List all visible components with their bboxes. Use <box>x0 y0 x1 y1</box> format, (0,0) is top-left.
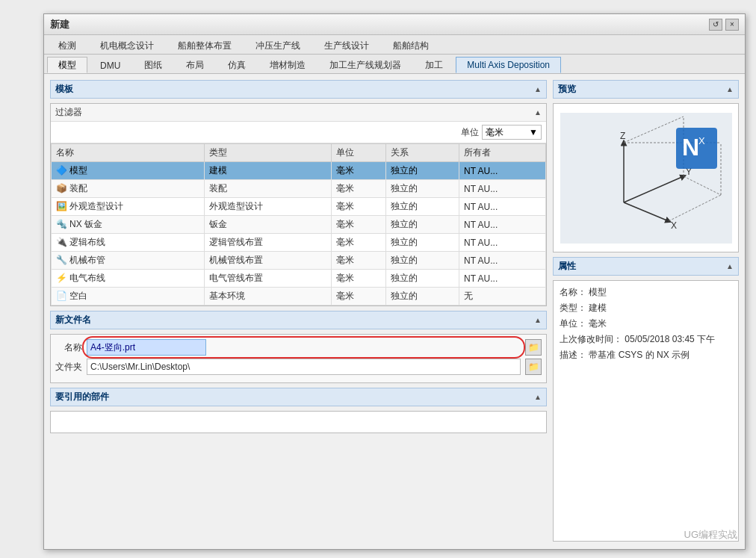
tab-row-2: 模型 DMU 图纸 布局 仿真 增材制造 加工生产线规划器 加工 Multi A… <box>44 55 745 74</box>
col-name: 名称 <box>52 144 205 162</box>
folder-row: 文件夹 📁 <box>55 359 542 375</box>
shape-icon: 🖼️ <box>56 201 67 211</box>
filter-chevron-icon[interactable]: ▲ <box>534 108 542 117</box>
filename-chevron-icon[interactable]: ▲ <box>534 316 542 324</box>
unit-label: 单位 <box>461 126 479 139</box>
table-cell-name: 🔌逻辑布线 <box>52 234 205 252</box>
template-chevron-icon[interactable]: ▲ <box>534 85 542 93</box>
table-row[interactable]: ⚡电气布线电气管线布置毫米独立的NT AU... <box>52 270 546 288</box>
unit-dropdown-icon: ▼ <box>529 127 538 137</box>
tab-shengchanxian[interactable]: 生产线设计 <box>313 37 380 54</box>
name-folder-button[interactable]: 📁 <box>525 339 542 356</box>
tab-simulation[interactable]: 仿真 <box>217 57 257 73</box>
ref-parts-chevron-icon[interactable]: ▲ <box>534 393 542 401</box>
table-cell-unit: 毫米 <box>331 162 386 180</box>
table-cell-relation: 独立的 <box>386 234 459 252</box>
tab-jiance[interactable]: 检测 <box>47 37 87 54</box>
main-content: 模板 ▲ 过滤器 ▲ 单位 毫米 ▼ <box>44 74 745 548</box>
unit-select[interactable]: 毫米 ▼ <box>482 125 542 140</box>
unit-select-value: 毫米 <box>486 126 504 139</box>
folder-folder-button[interactable]: 📁 <box>525 359 542 375</box>
table-cell-owner: NT AU... <box>459 234 546 252</box>
ref-parts-content <box>50 411 547 433</box>
table-row[interactable]: 📦装配装配毫米独立的NT AU... <box>52 180 546 198</box>
table-cell-unit: 毫米 <box>331 234 386 252</box>
tab-jidian[interactable]: 机电概念设计 <box>89 37 165 54</box>
col-owner: 所有者 <box>459 144 546 162</box>
tab-chuanbojiagou[interactable]: 船舶结构 <box>382 37 440 54</box>
table-cell-name: 📄空白 <box>52 288 205 306</box>
col-type: 类型 <box>205 144 331 162</box>
preview-svg: Z Y X <box>560 113 732 244</box>
preview-chevron-icon[interactable]: ▲ <box>726 85 734 93</box>
ref-parts-section-header: 要引用的部件 ▲ <box>50 388 547 406</box>
tab-additive[interactable]: 增材制造 <box>258 57 317 73</box>
table-cell-owner: 无 <box>459 288 546 306</box>
filter-label: 过滤器 <box>55 106 82 119</box>
template-table: 名称 类型 单位 关系 所有者 🔷模型建模毫米独立的NT AU...📦装配装配毫… <box>51 143 546 306</box>
preview-box: Z Y X <box>553 103 739 252</box>
tab-chongya[interactable]: 冲压生产线 <box>244 37 312 54</box>
properties-chevron-icon[interactable]: ▲ <box>726 262 734 270</box>
prop-desc-value: 带基准 CSYS 的 NX 示例 <box>589 350 690 360</box>
table-cell-type: 外观造型设计 <box>205 198 331 216</box>
table-cell-type: 钣金 <box>205 216 331 234</box>
table-cell-owner: NT AU... <box>459 180 546 198</box>
refresh-button[interactable]: ↺ <box>709 19 722 31</box>
name-row: 名称 📁 <box>55 339 542 356</box>
table-row[interactable]: 🔷模型建模毫米独立的NT AU... <box>52 162 546 180</box>
table-cell-owner: NT AU... <box>459 270 546 288</box>
table-cell-name: 🔷模型 <box>52 162 205 180</box>
close-button[interactable]: × <box>725 19 739 31</box>
folder-input[interactable] <box>87 359 521 375</box>
table-cell-unit: 毫米 <box>331 180 386 198</box>
table-cell-owner: NT AU... <box>459 198 546 216</box>
table-cell-type: 逻辑管线布置 <box>205 234 331 252</box>
filename-section: 名称 📁 文件夹 📁 <box>50 334 547 383</box>
tab-chuanbo[interactable]: 船舶整体布置 <box>167 37 243 54</box>
folder-icon: 📁 <box>528 342 539 353</box>
table-row[interactable]: 🔧机械布管机械管线布置毫米独立的NT AU... <box>52 252 546 270</box>
folder-label: 文件夹 <box>55 361 82 373</box>
tab-machining-planner[interactable]: 加工生产线规划器 <box>318 57 412 73</box>
template-section-header: 模板 ▲ <box>50 80 547 99</box>
table-row[interactable]: 🔩NX 钣金钣金毫米独立的NT AU... <box>52 216 546 234</box>
routing-elec-icon: ⚡ <box>56 273 67 283</box>
prop-desc-row: 描述： 带基准 CSYS 的 NX 示例 <box>560 348 732 362</box>
name-input[interactable] <box>87 339 206 356</box>
prop-desc-label: 描述： <box>560 350 586 360</box>
tab-layout[interactable]: 布局 <box>175 57 215 73</box>
tab-machining[interactable]: 加工 <box>414 57 454 73</box>
routing-logic-icon: 🔌 <box>56 237 67 247</box>
watermark: UG编程实战 <box>684 528 738 542</box>
table-cell-unit: 毫米 <box>331 216 386 234</box>
blank-icon: 📄 <box>56 291 67 301</box>
title-bar: 新建 ↺ × <box>44 14 745 35</box>
filename-section-header: 新文件名 ▲ <box>50 311 547 329</box>
tab-model[interactable]: 模型 <box>47 57 87 73</box>
table-cell-relation: 独立的 <box>386 288 459 306</box>
svg-text:X: X <box>671 220 677 231</box>
table-cell-relation: 独立的 <box>386 216 459 234</box>
table-cell-owner: NT AU... <box>459 162 546 180</box>
table-row[interactable]: 📄空白基本环境毫米独立的无 <box>52 288 546 306</box>
prop-name-row: 名称： 模型 <box>560 285 732 299</box>
tab-row-1: 检测 机电概念设计 船舶整体布置 冲压生产线 生产线设计 船舶结构 <box>44 35 745 55</box>
folder2-icon: 📁 <box>528 362 539 372</box>
table-cell-relation: 独立的 <box>386 180 459 198</box>
table-row[interactable]: 🔌逻辑布线逻辑管线布置毫米独立的NT AU... <box>52 234 546 252</box>
new-dialog: 新建 ↺ × 检测 机电概念设计 船舶整体布置 冲压生产线 生产线设计 船舶结构… <box>43 13 746 550</box>
table-row[interactable]: 🖼️外观造型设计外观造型设计毫米独立的NT AU... <box>52 198 546 216</box>
table-cell-unit: 毫米 <box>331 198 386 216</box>
unit-row: 单位 毫米 ▼ <box>51 122 546 143</box>
table-cell-relation: 独立的 <box>386 162 459 180</box>
properties-section-header: 属性 ▲ <box>553 257 739 276</box>
template-section: 过滤器 ▲ 单位 毫米 ▼ <box>50 103 547 306</box>
tab-drawings[interactable]: 图纸 <box>133 57 173 73</box>
properties-section: 名称： 模型 类型： 建模 单位： 毫米 上次修改时间： 05/05/2018 … <box>553 280 739 542</box>
tab-multi-axis[interactable]: Multi Axis Deposition <box>456 57 561 73</box>
tab-dmu[interactable]: DMU <box>89 57 131 73</box>
table-cell-relation: 独立的 <box>386 198 459 216</box>
table-cell-name: 🔧机械布管 <box>52 252 205 270</box>
prop-unit-value: 毫米 <box>589 318 607 329</box>
